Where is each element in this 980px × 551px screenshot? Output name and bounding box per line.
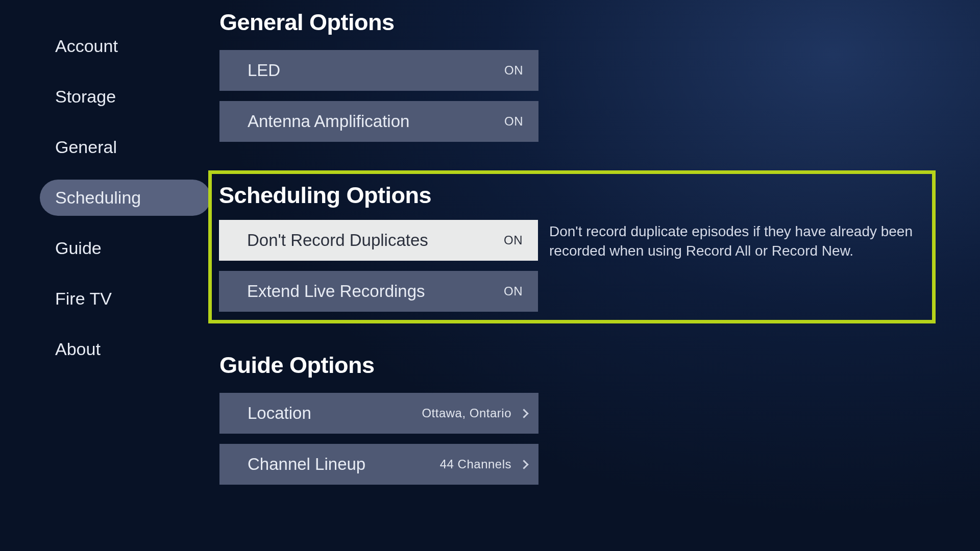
sidebar-item-guide[interactable]: Guide bbox=[40, 230, 211, 266]
row-extend-label: Extend Live Recordings bbox=[247, 282, 425, 301]
sidebar: Account Storage General Scheduling Guide… bbox=[0, 0, 219, 551]
row-led-value: ON bbox=[504, 63, 523, 78]
row-duplicates-value: ON bbox=[504, 233, 523, 247]
row-antenna-value: ON bbox=[504, 114, 523, 129]
sidebar-item-general[interactable]: General bbox=[40, 129, 211, 165]
row-duplicates-label: Don't Record Duplicates bbox=[247, 231, 428, 250]
row-led-label: LED bbox=[248, 61, 280, 80]
row-channel-lineup[interactable]: Channel Lineup 44 Channels bbox=[219, 444, 538, 485]
section-title-general: General Options bbox=[219, 9, 960, 36]
section-title-scheduling: Scheduling Options bbox=[219, 182, 925, 209]
main-content: General Options LED ON Antenna Amplifica… bbox=[219, 0, 980, 551]
row-location-value: Ottawa, Ontario bbox=[422, 406, 511, 420]
section-title-guide: Guide Options bbox=[219, 352, 960, 379]
row-extend-value: ON bbox=[504, 284, 523, 298]
row-antenna-label: Antenna Amplification bbox=[248, 112, 409, 131]
scheduling-description: Don't record duplicate episodes if they … bbox=[549, 220, 925, 312]
row-lineup-value: 44 Channels bbox=[440, 457, 511, 471]
section-guide: Guide Options Location Ottawa, Ontario C… bbox=[219, 352, 960, 485]
sidebar-item-storage[interactable]: Storage bbox=[40, 79, 211, 115]
row-location[interactable]: Location Ottawa, Ontario bbox=[219, 393, 538, 434]
sidebar-item-account[interactable]: Account bbox=[40, 28, 211, 64]
row-antenna-amplification[interactable]: Antenna Amplification ON bbox=[219, 101, 538, 142]
section-general: General Options LED ON Antenna Amplifica… bbox=[219, 9, 960, 142]
sidebar-item-about[interactable]: About bbox=[40, 331, 211, 367]
chevron-right-icon bbox=[519, 409, 528, 418]
row-lineup-label: Channel Lineup bbox=[248, 455, 365, 474]
chevron-right-icon bbox=[519, 460, 528, 469]
row-location-label: Location bbox=[248, 404, 311, 423]
row-dont-record-duplicates[interactable]: Don't Record Duplicates ON bbox=[219, 220, 538, 261]
section-scheduling-highlight: Scheduling Options Don't Record Duplicat… bbox=[208, 170, 936, 323]
sidebar-item-scheduling[interactable]: Scheduling bbox=[40, 180, 211, 216]
sidebar-item-fire-tv[interactable]: Fire TV bbox=[40, 281, 211, 317]
row-extend-live-recordings[interactable]: Extend Live Recordings ON bbox=[219, 271, 538, 312]
row-led[interactable]: LED ON bbox=[219, 50, 538, 91]
